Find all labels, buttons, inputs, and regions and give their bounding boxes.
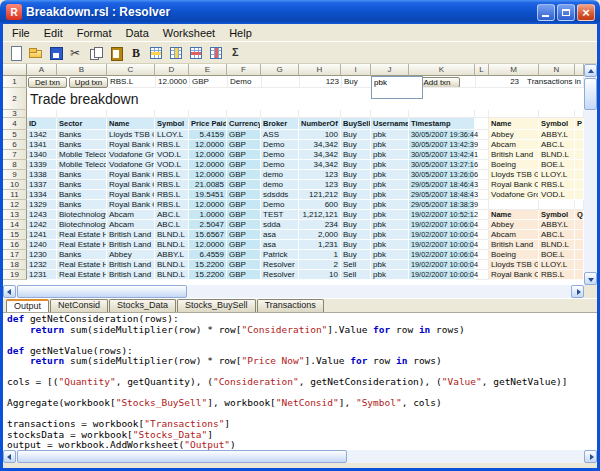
column-header-i[interactable]: I bbox=[341, 64, 371, 76]
transactions-header[interactable]: BuySell bbox=[341, 118, 371, 130]
table-cell[interactable]: British Land bbox=[107, 260, 155, 270]
table-cell[interactable]: BLND.L bbox=[155, 240, 189, 250]
table-cell[interactable] bbox=[371, 110, 409, 118]
table-cell[interactable]: 34,342 bbox=[299, 160, 341, 170]
table-cell[interactable] bbox=[539, 110, 575, 118]
table-cell[interactable]: Abcam bbox=[107, 220, 155, 230]
table-cell[interactable]: Sell bbox=[341, 260, 371, 270]
table-cell[interactable]: Demo bbox=[261, 200, 299, 210]
table-cell[interactable]: pbk bbox=[371, 250, 409, 260]
panel1-header[interactable]: P bbox=[575, 118, 584, 130]
transactions-header[interactable]: Name bbox=[107, 118, 155, 130]
table-cell[interactable]: 21.0085 bbox=[189, 180, 227, 190]
table-cell[interactable]: 2,000 bbox=[299, 230, 341, 240]
row-header-10[interactable]: 10 bbox=[3, 180, 27, 190]
form-symbol-cell[interactable]: RBS.L bbox=[108, 76, 156, 88]
row-header-2[interactable]: 2 bbox=[3, 88, 27, 110]
close-button[interactable] bbox=[577, 4, 595, 21]
table-cell[interactable]: GBP bbox=[227, 240, 261, 250]
table-cell[interactable]: 29/05/2007 18:46:43 bbox=[409, 180, 475, 190]
table-cell[interactable]: 15.6567 bbox=[189, 230, 227, 240]
table-cell[interactable]: Real Estate Hol bbox=[57, 270, 107, 280]
table-cell[interactable]: BLND.L bbox=[155, 230, 189, 240]
table-cell[interactable]: 1334 bbox=[27, 190, 57, 200]
menu-help[interactable]: Help bbox=[222, 26, 259, 40]
panel2-header[interactable]: Symbol bbox=[539, 210, 575, 220]
table-cell[interactable]: Banks bbox=[57, 170, 107, 180]
table-cell[interactable] bbox=[107, 110, 155, 118]
table-cell[interactable] bbox=[27, 110, 57, 118]
minimize-button[interactable] bbox=[537, 4, 555, 21]
table-cell[interactable]: GBP bbox=[227, 150, 261, 160]
table-cell[interactable] bbox=[575, 230, 584, 240]
table-cell[interactable] bbox=[575, 240, 584, 250]
table-cell[interactable]: TEST bbox=[261, 210, 299, 220]
open-icon[interactable] bbox=[28, 45, 44, 61]
code-hscroll-thumb[interactable] bbox=[17, 450, 347, 463]
panel-symbol-cell[interactable]: BLND.L bbox=[539, 240, 575, 250]
form-currency-cell[interactable]: GBP bbox=[190, 76, 228, 88]
table-cell[interactable]: demo bbox=[261, 170, 299, 180]
table-cell[interactable]: ABBY.L bbox=[155, 250, 189, 260]
table-cell[interactable]: 234 bbox=[299, 220, 341, 230]
row-header-4[interactable]: 4 bbox=[3, 118, 27, 130]
delete-row-icon[interactable] bbox=[188, 45, 204, 61]
table-cell[interactable] bbox=[341, 110, 371, 118]
table-cell[interactable]: VOD.L bbox=[155, 150, 189, 160]
table-cell[interactable]: Real Estate Hol bbox=[57, 230, 107, 240]
table-cell[interactable]: Buy bbox=[341, 180, 371, 190]
table-cell[interactable]: 1242 bbox=[27, 220, 57, 230]
table-cell[interactable]: pbk bbox=[371, 240, 409, 250]
table-cell[interactable]: 1339 bbox=[27, 160, 57, 170]
table-cell[interactable]: asa bbox=[261, 240, 299, 250]
panel-name-cell[interactable]: Vodafone Group bbox=[489, 190, 539, 200]
table-cell[interactable]: ASS bbox=[261, 130, 299, 140]
table-cell[interactable]: 12.0000 bbox=[189, 200, 227, 210]
upd-txn-button[interactable]: Upd txn bbox=[69, 77, 108, 88]
table-cell[interactable] bbox=[409, 110, 475, 118]
table-cell[interactable]: GBP bbox=[227, 230, 261, 240]
table-cell[interactable]: 12.0000 bbox=[189, 160, 227, 170]
panel2-header[interactable]: Q bbox=[575, 210, 584, 220]
panel-symbol-cell[interactable]: BOE.L bbox=[539, 160, 575, 170]
txn-count-cell[interactable]: 23Transactions in bbox=[476, 76, 584, 88]
column-header-g[interactable]: G bbox=[261, 64, 299, 76]
transactions-header[interactable]: ID bbox=[27, 118, 57, 130]
table-cell[interactable]: Royal Bank O bbox=[107, 180, 155, 190]
table-cell[interactable]: Vodafone Gr bbox=[107, 150, 155, 160]
del-txn-button[interactable]: Del txn bbox=[28, 77, 67, 88]
table-cell[interactable]: asa bbox=[261, 230, 299, 240]
grid-vscroll-thumb[interactable] bbox=[584, 78, 597, 110]
table-cell[interactable]: 1338 bbox=[27, 170, 57, 180]
table-cell[interactable]: 2 bbox=[299, 260, 341, 270]
table-cell[interactable]: 34,342 bbox=[299, 150, 341, 160]
table-cell[interactable]: Buy bbox=[341, 210, 371, 220]
panel-symbol-cell[interactable]: RBS.L bbox=[539, 270, 575, 280]
table-cell[interactable]: 34,342 bbox=[299, 140, 341, 150]
table-cell[interactable]: 1,212,121 bbox=[299, 210, 341, 220]
grid-vscrollbar[interactable] bbox=[584, 64, 597, 285]
table-cell[interactable]: 6.4559 bbox=[189, 250, 227, 260]
table-cell[interactable]: Real Estate Hol bbox=[57, 240, 107, 250]
grid-hscroll-thumb[interactable] bbox=[17, 285, 187, 298]
table-cell[interactable]: Buy bbox=[341, 160, 371, 170]
panel-name-cell[interactable]: Abbey bbox=[489, 220, 539, 230]
table-cell[interactable]: ABC.L bbox=[155, 210, 189, 220]
table-cell[interactable]: 12.0000 bbox=[189, 240, 227, 250]
table-cell[interactable] bbox=[575, 130, 584, 140]
table-cell[interactable]: 1329 bbox=[27, 200, 57, 210]
table-cell[interactable]: 123 bbox=[299, 180, 341, 190]
table-cell[interactable]: 19/02/2007 10:06:04 bbox=[409, 220, 475, 230]
table-cell[interactable]: GBP bbox=[227, 200, 261, 210]
table-cell[interactable]: 12.0000 bbox=[189, 150, 227, 160]
table-cell[interactable]: Demo bbox=[261, 160, 299, 170]
table-cell[interactable]: Banks bbox=[57, 130, 107, 140]
table-cell[interactable]: 1340 bbox=[27, 150, 57, 160]
scroll-left-button[interactable] bbox=[3, 285, 16, 298]
table-cell[interactable]: RBS.L bbox=[155, 180, 189, 190]
transactions-header[interactable]: Currency bbox=[227, 118, 261, 130]
maximize-button[interactable] bbox=[557, 4, 575, 21]
table-cell[interactable]: pbk bbox=[371, 210, 409, 220]
save-icon[interactable] bbox=[48, 45, 64, 61]
table-cell[interactable]: BLND.L bbox=[155, 260, 189, 270]
